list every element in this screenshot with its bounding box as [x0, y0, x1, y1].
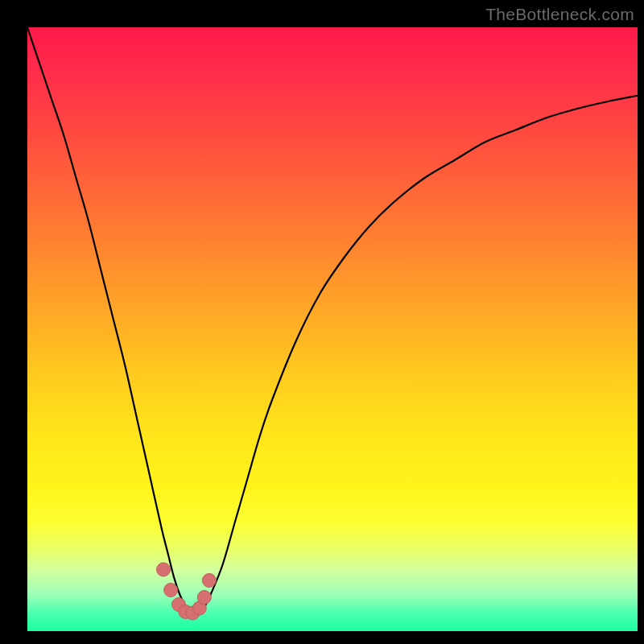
curve-svg — [27, 27, 638, 631]
curve-marker — [157, 563, 171, 576]
curve-marker — [202, 574, 216, 588]
curve-markers — [157, 563, 217, 620]
bottleneck-curve — [27, 27, 638, 613]
curve-marker — [197, 591, 211, 605]
plot-area — [27, 27, 638, 631]
chart-frame: TheBottleneck.com — [0, 0, 644, 644]
curve-marker — [164, 584, 178, 597]
watermark-text: TheBottleneck.com — [485, 5, 634, 24]
